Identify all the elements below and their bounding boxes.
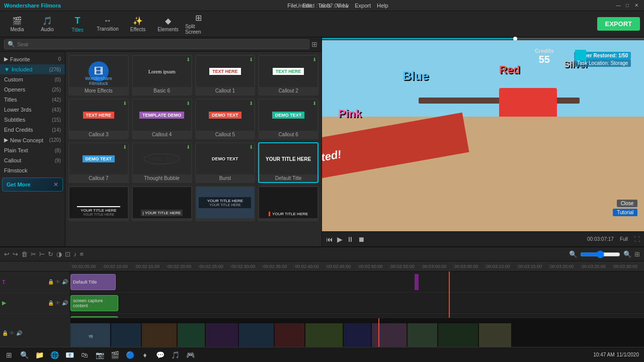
sidebar-item-included[interactable]: ▼ Included (276) — [0, 64, 65, 74]
filmstock-ad-close[interactable]: ✕ — [53, 181, 58, 188]
tool-media[interactable]: 🎬 Media — [4, 13, 30, 35]
export-button[interactable]: EXPORT — [597, 17, 640, 31]
color-button[interactable]: ◑ — [56, 250, 62, 258]
delete-button[interactable]: 🗑 — [21, 250, 28, 258]
tutorial-button[interactable]: Tutorial — [613, 209, 637, 216]
close-button[interactable]: ✕ — [633, 2, 640, 9]
taskbar-app-filmora[interactable]: 🎬 — [108, 349, 122, 361]
search-taskbar-button[interactable]: 🔍 — [17, 349, 31, 361]
menu-file[interactable]: File — [287, 3, 296, 9]
sidebar-item-endcredits[interactable]: End Credits (14) — [0, 125, 65, 135]
grid-item-thoughtbubble[interactable]: DEMO TEXT ⬇ Thought Bubble — [132, 142, 192, 183]
cut-button[interactable]: ✂ — [31, 250, 36, 258]
download-icon-callout4[interactable]: ⬇ — [186, 101, 190, 106]
clip-screencap[interactable]: screen capture content — [70, 295, 118, 311]
download-icon-callout7[interactable]: ⬇ — [123, 144, 127, 150]
start-button[interactable]: ⊞ — [2, 349, 16, 361]
track1-audio-icon[interactable]: 🔊 — [62, 279, 68, 285]
download-icon-callout5[interactable]: ⬇ — [249, 101, 253, 106]
get-more-button[interactable]: Get More — [7, 182, 31, 188]
download-icon-callout3[interactable]: ⬇ — [123, 101, 127, 106]
fullscreen-icon[interactable]: ⛶ — [634, 236, 640, 243]
minimize-button[interactable]: — — [615, 2, 622, 9]
maximize-button[interactable]: □ — [624, 2, 631, 9]
play-button[interactable]: ▶ — [337, 235, 343, 243]
sidebar-item-favorite[interactable]: ▶ Favorite 0 — [0, 54, 65, 64]
sidebar-item-lower3rds[interactable]: Lower 3rds (43) — [0, 105, 65, 115]
track2-audio-icon[interactable]: 🔊 — [62, 300, 68, 306]
zoom-out-icon[interactable]: 🔍 — [569, 250, 577, 258]
filmstrip-audio-icon[interactable]: 🔊 — [16, 330, 22, 336]
sidebar-item-callout[interactable]: Callout (9) — [0, 155, 65, 165]
download-icon-burst[interactable]: ⬇ — [249, 144, 253, 150]
sidebar-item-subtitles[interactable]: Subtitles (15) — [0, 115, 65, 125]
taskbar-app-photos[interactable]: 📷 — [93, 349, 107, 361]
speed-button[interactable]: ↻ — [48, 250, 53, 258]
pause-button[interactable]: ⏸ — [347, 235, 354, 243]
sidebar-item-custom[interactable]: Custom (0) — [0, 74, 65, 84]
zoom-in-icon[interactable]: 🔍 — [623, 250, 631, 258]
grid-item-callout4[interactable]: TEMPLATE DEMO ⬇ Callout 4 — [132, 99, 192, 139]
grid-item-defaulttitle[interactable]: YOUR TITLE HERE Default Title — [258, 142, 318, 183]
grid-item-burst[interactable]: DEMO TEXT ⬇ Burst — [195, 142, 256, 183]
sidebar-item-filmstock[interactable]: Filmstock — [0, 165, 65, 175]
download-icon-callout1[interactable]: ⬇ — [249, 57, 253, 62]
sidebar-item-newconcept[interactable]: ▶ New Concept (120) — [0, 135, 65, 145]
taskbar-app-edge[interactable]: 🌐 — [47, 349, 61, 361]
grid-item-callout5[interactable]: DEMO TEXT ⬇ Callout 5 — [195, 99, 256, 139]
tool-audio[interactable]: 🎵 Audio — [34, 13, 60, 35]
taskbar-app-chrome[interactable]: 🔵 — [123, 349, 137, 361]
tool-titles[interactable]: T Titles — [64, 13, 91, 35]
tool-effects[interactable]: ✨ Effects — [125, 13, 151, 35]
taskbar-app-mail[interactable]: 📧 — [62, 349, 76, 361]
stop-button[interactable]: ⏹ — [358, 235, 365, 243]
tool-splitscreen[interactable]: ⊞ Split Screen — [185, 13, 211, 35]
grid-item-callout2[interactable]: TEXT HERE ⬇ Callout 2 — [258, 55, 318, 96]
filmstrip-eye-icon[interactable]: 👁 — [10, 330, 15, 336]
sidebar-item-plaintext[interactable]: Plain Text (8) — [0, 145, 65, 155]
quality-selector[interactable]: Full — [620, 236, 628, 242]
download-icon-basic6[interactable]: ⬇ — [186, 57, 190, 62]
close-tutorial-button[interactable]: Close — [617, 200, 638, 207]
download-icon-callout6[interactable]: ⬇ — [312, 101, 316, 106]
search-box[interactable]: 🔍 — [4, 39, 309, 49]
track2-lock-icon[interactable]: 🔒 — [48, 300, 54, 306]
menu-export[interactable]: Export — [355, 3, 371, 9]
taskbar-app-explorer[interactable]: 📁 — [32, 349, 46, 361]
grid-item-lower3[interactable]: YOUR TITLE HERE YOUR TITLE HERE — [195, 186, 256, 221]
grid-item-lower1[interactable]: YOUR TITLE HERE YOUR TITLE HERE — [68, 186, 129, 221]
download-icon-callout2[interactable]: ⬇ — [312, 57, 316, 62]
track2-visibility-icon[interactable]: 👁 — [55, 300, 60, 306]
tool-elements[interactable]: ◆ Elements — [155, 13, 181, 35]
grid-item-callout6[interactable]: DEMO TEXT ⬇ Callout 6 — [258, 99, 318, 139]
taskbar-app-steam[interactable]: ♦ — [138, 349, 152, 361]
sidebar-item-titles[interactable]: Titles (42) — [0, 95, 65, 105]
search-input[interactable] — [17, 41, 306, 47]
filmstrip-lock-icon[interactable]: 🔒 — [2, 330, 8, 336]
playhead[interactable] — [449, 272, 450, 318]
taskbar-app-spotify[interactable]: 🎵 — [168, 349, 182, 361]
grid-item-callout1[interactable]: TEXT HERE ⬇ Callout 1 — [195, 55, 256, 96]
zoom-slider[interactable] — [580, 250, 620, 258]
more-button[interactable]: ≡ — [80, 250, 84, 258]
grid-item-callout7[interactable]: DEMO TEXT ⬇ Callout 7 — [68, 142, 129, 183]
fit-button[interactable]: ⊞ — [634, 250, 640, 258]
grid-view-icon[interactable]: ⊞ — [311, 40, 317, 48]
clip-defaulttitle[interactable]: Default Title — [70, 274, 116, 290]
sidebar-item-openers[interactable]: Openers (25) — [0, 84, 65, 95]
grid-item-filmstock[interactable]: 🎞 WondershareFilmstock More Effects — [68, 55, 129, 96]
taskbar-app-discord[interactable]: 💬 — [153, 349, 167, 361]
grid-item-lower2[interactable]: | YOUR TITLE HERE — [132, 186, 192, 221]
tool-transition[interactable]: ↔ Transition — [95, 13, 121, 35]
grid-item-basic6[interactable]: Lorem ipsum ⬇ Basic 6 — [132, 55, 192, 96]
skip-back-button[interactable]: ⏮ — [326, 235, 333, 243]
menu-help[interactable]: Help — [377, 3, 388, 9]
grid-item-lower4[interactable]: YOUR TITLE HERE — [258, 186, 318, 221]
clip-text-marker[interactable] — [415, 274, 419, 290]
redo-button[interactable]: ↪ — [13, 250, 18, 258]
audio-btn[interactable]: ♪ — [73, 250, 77, 258]
split-button[interactable]: ⊢ — [39, 250, 45, 258]
crop-button[interactable]: ⊡ — [65, 250, 70, 258]
track1-visibility-icon[interactable]: 👁 — [55, 279, 60, 285]
download-icon-thoughtbubble[interactable]: ⬇ — [186, 144, 190, 150]
